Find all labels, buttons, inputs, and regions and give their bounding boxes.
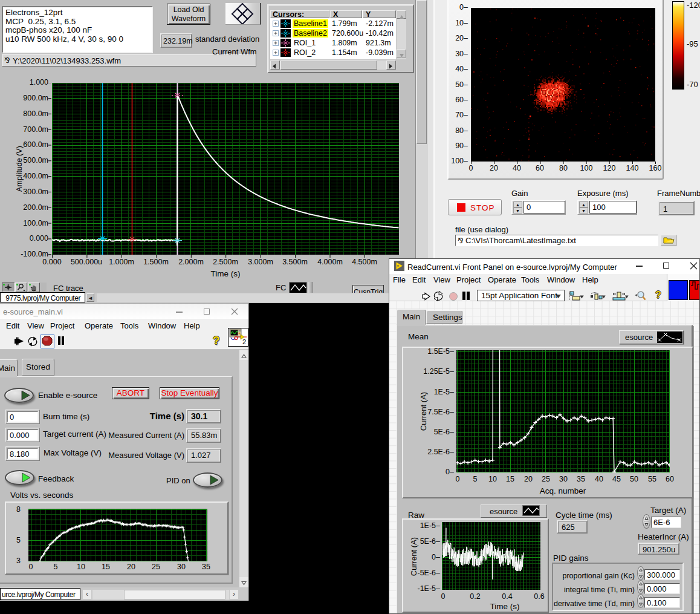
svg-text:2: 2 (242, 338, 246, 345)
